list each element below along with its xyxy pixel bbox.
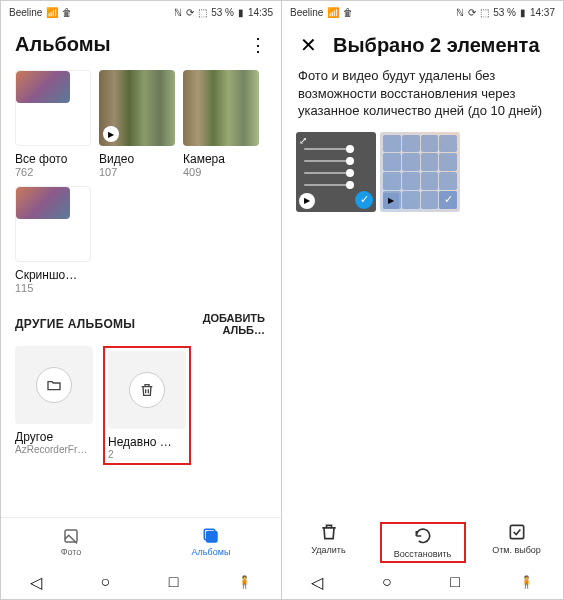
content: Все фото 762 ▶ Видео 107 Камера 409 Скри… [1, 62, 281, 517]
highlight-recently-deleted: Недавно … 2 [103, 346, 191, 465]
time-label: 14:37 [530, 7, 555, 18]
tab-photo[interactable]: Фото [1, 518, 141, 565]
play-icon: ▶ [383, 193, 399, 209]
nav-back-icon[interactable]: ◁ [30, 573, 42, 592]
nav-recent-icon[interactable]: □ [169, 573, 179, 591]
nav-back-icon[interactable]: ◁ [311, 573, 323, 592]
album-count: 409 [183, 166, 259, 178]
content: Фото и видео будут удалены без возможнос… [282, 63, 563, 516]
more-icon[interactable]: ⋮ [249, 34, 267, 56]
time-label: 14:35 [248, 7, 273, 18]
album-screenshots[interactable]: Скриншо… 115 [15, 186, 91, 294]
folder-icon [36, 367, 72, 403]
action-label: Удалить [311, 545, 345, 555]
other-sub: AzRecorderFr… [15, 444, 93, 455]
battery-label: 53 % [493, 7, 516, 18]
other-album[interactable]: Другое AzRecorderFr… [15, 346, 93, 465]
wifi-icon: 🗑 [62, 7, 72, 18]
phone-right: Beeline 📶 🗑 ℕ ⟳ ⬚ 53 % ▮ 14:37 ✕ Выбрано… [282, 0, 564, 600]
album-count: 107 [99, 166, 175, 178]
expand-icon: ⤢ [299, 135, 307, 146]
carrier-label: Beeline [290, 7, 323, 18]
selected-item[interactable]: ⤢ ▶ ✓ [296, 132, 376, 212]
delete-button[interactable]: Удалить [292, 522, 366, 563]
nav-accessibility-icon[interactable]: 🧍 [519, 575, 534, 589]
album-name: Камера [183, 152, 259, 166]
warning-text: Фото и видео будут удалены без возможнос… [296, 67, 549, 120]
other-name: Недавно … [108, 435, 186, 449]
header: ✕ Выбрано 2 элемента [282, 23, 563, 63]
page-title: Выбрано 2 элемента [333, 34, 540, 57]
album-video[interactable]: ▶ Видео 107 [99, 70, 175, 178]
check-icon: ✓ [355, 191, 373, 209]
other-sub: 2 [108, 449, 186, 460]
tab-albums[interactable]: Альбомы [141, 518, 281, 565]
action-label: Отм. выбор [492, 545, 541, 555]
action-label: Восстановить [394, 549, 452, 559]
other-albums-grid: Другое AzRecorderFr… Недавно … 2 [15, 346, 267, 465]
signal-icon: 📶 [46, 7, 58, 18]
battery-label: 53 % [211, 7, 234, 18]
nav-bar: ◁ ○ □ 🧍 [282, 565, 563, 599]
cancel-selection-button[interactable]: Отм. выбор [480, 522, 554, 563]
nfc-icon: ℕ [174, 7, 182, 18]
tab-label: Фото [61, 547, 82, 557]
album-all-photos[interactable]: Все фото 762 [15, 70, 91, 178]
nfc-icon: ℕ [456, 7, 464, 18]
section-row: ДРУГИЕ АЛЬБОМЫ ДОБАВИТЬ АЛЬБ… [15, 312, 267, 336]
tab-label: Альбомы [192, 547, 231, 557]
album-name: Все фото [15, 152, 91, 166]
svg-rect-0 [65, 530, 77, 542]
other-album-recent[interactable]: Недавно … 2 [108, 351, 186, 460]
header: Альбомы ⋮ [1, 23, 281, 62]
battery-bar-icon: ▮ [520, 7, 526, 18]
album-camera[interactable]: Камера 409 [183, 70, 259, 178]
section-label: ДРУГИЕ АЛЬБОМЫ [15, 317, 135, 331]
play-icon: ▶ [299, 193, 315, 209]
album-count: 762 [15, 166, 91, 178]
other-name: Другое [15, 430, 93, 444]
status-bar: Beeline 📶 🗑 ℕ ⟳ ⬚ 53 % ▮ 14:35 [1, 1, 281, 23]
bottom-tabs: Фото Альбомы [1, 517, 281, 565]
highlight-restore: Восстановить [380, 522, 466, 563]
restore-button[interactable]: Восстановить [386, 526, 460, 559]
battery-icon: ⬚ [480, 7, 489, 18]
bt-icon: ⟳ [186, 7, 194, 18]
check-icon: ✓ [439, 191, 457, 209]
battery-bar-icon: ▮ [238, 7, 244, 18]
carrier-label: Beeline [9, 7, 42, 18]
trash-icon [129, 372, 165, 408]
page-title: Альбомы [15, 33, 111, 56]
selection-grid: ⤢ ▶ ✓ ▶ ✓ [296, 132, 549, 212]
phone-left: Beeline 📶 🗑 ℕ ⟳ ⬚ 53 % ▮ 14:35 Альбомы ⋮… [0, 0, 282, 600]
album-name: Видео [99, 152, 175, 166]
bt-icon: ⟳ [468, 7, 476, 18]
selected-item[interactable]: ▶ ✓ [380, 132, 460, 212]
battery-icon: ⬚ [198, 7, 207, 18]
svg-rect-3 [510, 525, 523, 538]
action-bar: Удалить Восстановить Отм. выбор [282, 516, 563, 565]
nav-home-icon[interactable]: ○ [101, 573, 111, 591]
nav-bar: ◁ ○ □ 🧍 [1, 565, 281, 599]
nav-accessibility-icon[interactable]: 🧍 [237, 575, 252, 589]
status-bar: Beeline 📶 🗑 ℕ ⟳ ⬚ 53 % ▮ 14:37 [282, 1, 563, 23]
add-album-button[interactable]: ДОБАВИТЬ АЛЬБ… [195, 312, 265, 336]
play-icon: ▶ [103, 126, 119, 142]
album-count: 115 [15, 282, 91, 294]
close-icon[interactable]: ✕ [296, 33, 321, 57]
wifi-icon: 🗑 [343, 7, 353, 18]
nav-recent-icon[interactable]: □ [450, 573, 460, 591]
signal-icon: 📶 [327, 7, 339, 18]
album-grid: Все фото 762 ▶ Видео 107 Камера 409 Скри… [15, 70, 267, 294]
album-name: Скриншо… [15, 268, 91, 282]
nav-home-icon[interactable]: ○ [382, 573, 392, 591]
